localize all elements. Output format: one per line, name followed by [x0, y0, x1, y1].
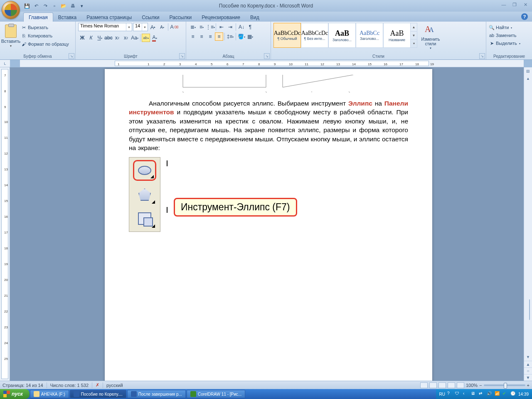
select-button[interactable]: ➤Выделить▾: [489, 39, 520, 47]
copy-button[interactable]: ⎘Копировать: [21, 32, 69, 39]
borders-button[interactable]: ▦▾: [246, 32, 254, 41]
tray-chevron-icon[interactable]: ‹: [463, 391, 469, 397]
next-page-button[interactable]: ▼: [524, 374, 532, 381]
tab-home[interactable]: Главная: [23, 12, 53, 22]
page[interactable]: Аналогичным способом рисуется эллипс. Вы…: [105, 69, 432, 381]
document-paragraph[interactable]: Аналогичным способом рисуется эллипс. Вы…: [129, 99, 408, 152]
bold-button[interactable]: Ж: [78, 34, 86, 42]
tab-references[interactable]: Ссылки: [137, 13, 164, 22]
font-name-select[interactable]: Times New Roman▼: [78, 23, 132, 31]
style-title[interactable]: AaBНазвание: [383, 23, 411, 48]
format-painter-button[interactable]: 🖌Формат по образцу: [21, 40, 69, 48]
style-heading1[interactable]: AaBЗаголово...: [328, 23, 356, 48]
status-words[interactable]: Число слов: 1 532: [50, 383, 89, 388]
new-icon[interactable]: ▫: [51, 2, 58, 10]
start-button[interactable]: пуск: [0, 389, 30, 399]
document-area[interactable]: Аналогичным способом рисуется эллипс. Вы…: [10, 67, 524, 381]
shading-button[interactable]: 🪣▾: [237, 32, 246, 41]
tray-help-icon[interactable]: ?: [447, 391, 453, 397]
status-language[interactable]: русский: [106, 383, 123, 388]
change-styles-button[interactable]: Изменить стили ▼: [419, 23, 442, 49]
line-spacing-button[interactable]: ‡≡▾: [226, 32, 234, 41]
font-launcher[interactable]: ↘: [179, 53, 185, 59]
taskbar-item-word1[interactable]: Пособие по Корелу....: [70, 390, 126, 398]
multilevel-button[interactable]: ⋮≡▾: [206, 23, 214, 31]
font-color-button[interactable]: A▾: [150, 34, 159, 42]
undo-icon[interactable]: ↶: [32, 2, 40, 10]
embedded-image[interactable]: Инструмент-Эллипс (F7): [129, 157, 408, 236]
save-icon[interactable]: 💾: [23, 2, 31, 10]
quickprint-icon[interactable]: 🖶: [69, 2, 76, 10]
minimize-button[interactable]: —: [500, 2, 507, 7]
align-right-button[interactable]: ≡: [206, 32, 214, 41]
status-zoom[interactable]: 100%: [466, 383, 478, 388]
ruler-corner[interactable]: L: [0, 60, 10, 67]
close-button[interactable]: ✕: [522, 2, 529, 7]
scroll-up-icon[interactable]: ▲: [524, 75, 532, 82]
tab-insert[interactable]: Вставка: [53, 13, 82, 22]
view-web[interactable]: [438, 382, 446, 388]
view-print-layout[interactable]: [420, 382, 428, 388]
style-heading2[interactable]: AaBbCcЗаголово...: [356, 23, 383, 48]
superscript-button[interactable]: x2: [122, 34, 130, 42]
zoom-out-button[interactable]: −: [479, 383, 482, 388]
help-button[interactable]: ?: [521, 13, 528, 20]
proofing-icon[interactable]: ✗: [96, 382, 99, 388]
tray-volume-icon[interactable]: 🔊: [487, 391, 493, 397]
tray-language[interactable]: RU: [439, 392, 445, 397]
scroll-thumb[interactable]: [529, 299, 530, 320]
shrink-font-button[interactable]: A▾: [158, 23, 166, 31]
view-fullscreen[interactable]: [429, 382, 437, 388]
view-draft[interactable]: [457, 382, 464, 388]
ruler-toggle-icon[interactable]: ▤: [524, 67, 532, 75]
qat-more-icon[interactable]: ▾: [78, 2, 86, 10]
tab-layout[interactable]: Разметка страницы: [81, 13, 137, 22]
styles-more[interactable]: ▲▼▾: [411, 23, 417, 48]
justify-button[interactable]: ≡: [215, 32, 223, 41]
status-page[interactable]: Страница: 14 из 14: [2, 383, 43, 388]
tray-usb-icon[interactable]: ⇄: [479, 391, 485, 397]
zoom-slider[interactable]: [484, 384, 525, 386]
replace-button[interactable]: abЗаменить: [489, 32, 520, 39]
align-left-button[interactable]: ≡: [189, 32, 197, 41]
tray-shield-icon[interactable]: 🛡: [455, 391, 461, 397]
tab-mailings[interactable]: Рассылки: [164, 13, 197, 22]
redo-icon[interactable]: ↷: [42, 2, 49, 10]
scroll-down-icon[interactable]: ▼: [524, 353, 532, 361]
show-marks-button[interactable]: ¶: [246, 23, 254, 31]
style-normal[interactable]: AaBbCcDc¶ Обычный: [273, 23, 301, 48]
tray-network-icon[interactable]: 📶: [495, 391, 500, 397]
tab-view[interactable]: Вид: [245, 13, 264, 22]
tray-av-icon[interactable]: ✔: [502, 391, 508, 397]
bullets-button[interactable]: ≣▾: [189, 23, 197, 31]
font-size-select[interactable]: 14▼: [133, 23, 148, 31]
taskbar-item-explorer[interactable]: АНЕЧКА (F:): [30, 390, 69, 398]
change-case-button[interactable]: Aa▾: [131, 34, 139, 42]
vertical-scrollbar[interactable]: ▤ ▲ ▼ ▲ ○ ▼: [524, 67, 532, 381]
sort-button[interactable]: A↓: [237, 23, 246, 31]
open-icon[interactable]: 📂: [60, 2, 67, 10]
align-center-button[interactable]: ≡: [197, 32, 206, 41]
find-button[interactable]: 🔍Найти▾: [489, 24, 520, 31]
taskbar-item-corel[interactable]: CorelDRAW 11 - [Рис...: [187, 390, 245, 398]
increase-indent-button[interactable]: ⇥: [226, 23, 234, 31]
restore-button[interactable]: ❐: [511, 2, 518, 7]
styles-gallery[interactable]: AaBbCcDc¶ Обычный AaBbCcDc¶ Без инте... …: [273, 23, 417, 48]
grow-font-button[interactable]: A▴: [149, 23, 157, 31]
tray-time[interactable]: 14:39: [518, 392, 529, 397]
view-outline[interactable]: [448, 382, 455, 388]
cut-button[interactable]: ✂Вырезать: [21, 24, 69, 31]
paragraph-launcher[interactable]: ↘: [264, 53, 270, 59]
office-button[interactable]: [2, 1, 20, 19]
tray-clock-icon[interactable]: 🕑: [510, 391, 516, 397]
subscript-button[interactable]: x2: [113, 34, 121, 42]
clipboard-launcher[interactable]: ↘: [69, 53, 74, 59]
clear-format-button[interactable]: A⌫: [170, 23, 178, 31]
tray-monitor-icon[interactable]: 🖥: [471, 391, 477, 397]
prev-page-button[interactable]: ▲: [524, 361, 532, 367]
browse-object-button[interactable]: ○: [524, 367, 532, 374]
highlight-button[interactable]: ab▾: [142, 34, 150, 42]
taskbar-item-word2[interactable]: После завершения р...: [127, 390, 186, 398]
decrease-indent-button[interactable]: ⇤: [217, 23, 226, 31]
zoom-in-button[interactable]: +: [527, 383, 530, 388]
